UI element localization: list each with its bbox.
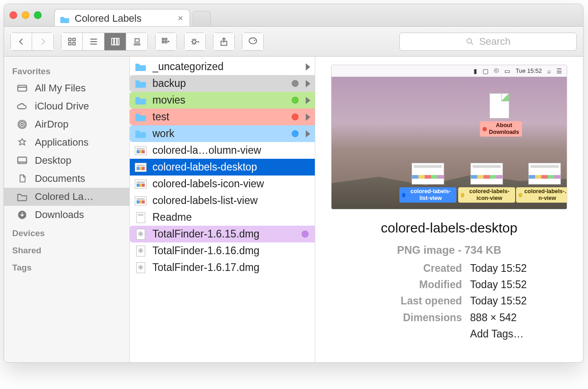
list-item[interactable]: colored-labels-desktop — [130, 159, 315, 176]
svg-rect-0 — [69, 38, 71, 41]
sidebar-section-tags: Tags — [4, 258, 129, 275]
sidebar-item-all-my-files[interactable]: All My Files — [4, 79, 129, 97]
share-button[interactable] — [213, 33, 235, 51]
finder-icon: ▮ — [474, 67, 477, 75]
preview-item-label: About Downloads — [489, 122, 519, 136]
file-name: backup — [152, 77, 284, 90]
coverflow-view-button[interactable] — [126, 33, 148, 51]
folder-icon — [134, 62, 147, 72]
minimize-window-button[interactable] — [22, 11, 29, 19]
folder-icon — [134, 129, 147, 139]
desktop-icon — [16, 155, 28, 166]
search-input[interactable]: Search — [399, 33, 577, 51]
fullscreen-window-button[interactable] — [34, 11, 42, 19]
chevron-right-icon — [306, 63, 310, 71]
close-window-button[interactable] — [9, 11, 17, 19]
svg-rect-9 — [117, 38, 119, 45]
svg-rect-16 — [165, 41, 167, 43]
new-tab-button[interactable] — [193, 11, 211, 26]
sidebar-item-airdrop[interactable]: AirDrop — [4, 115, 129, 133]
sidebar: Favorites All My Files iCloud Drive AirD… — [4, 57, 130, 362]
folder-icon — [134, 112, 147, 122]
svg-rect-27 — [18, 157, 27, 163]
arrange-button[interactable] — [155, 33, 177, 51]
tags-button[interactable] — [242, 33, 264, 51]
preview-panel: ▮ ▢ ⧀ ▭ Tue 15:52 ⌕ ☰ About Downloads — [315, 57, 583, 362]
svg-rect-22 — [18, 85, 27, 91]
icon-view-button[interactable] — [61, 33, 83, 51]
tab-bar: Colored Labels × — [54, 4, 211, 26]
list-item[interactable]: TotalFinder-1.6.16.dmg — [130, 242, 315, 259]
sidebar-item-desktop[interactable]: Desktop — [4, 152, 129, 170]
meta-val-opened: Today 15:52 — [470, 294, 526, 308]
preview-desktop-item-column: colored-labels-…n-view — [516, 163, 567, 203]
file-name: colored-labels-icon-view — [152, 178, 310, 190]
list-item[interactable]: movies — [130, 92, 315, 109]
list-view-button[interactable] — [83, 33, 104, 51]
file-name: colored-la…olumn-view — [152, 144, 310, 157]
folder-icon — [60, 14, 70, 23]
sidebar-section-devices: Devices — [4, 224, 129, 241]
list-item[interactable]: colored-la…olumn-view — [130, 142, 315, 159]
action-menu[interactable] — [184, 33, 206, 51]
tab-active[interactable]: Colored Labels × — [54, 9, 190, 26]
list-item[interactable]: TotalFinder-1.6.15.dmg — [130, 226, 315, 242]
airplay-icon: ▢ — [483, 67, 488, 75]
toolbar: Search — [4, 27, 583, 57]
preview-menubar-time: Tue 15:52 — [516, 67, 542, 74]
tag-icon[interactable] — [242, 33, 264, 51]
image-file-icon — [134, 162, 147, 172]
spotlight-icon: ⌕ — [547, 67, 551, 75]
folder-icon — [134, 79, 147, 89]
svg-rect-8 — [114, 38, 117, 45]
notification-center-icon: ☰ — [556, 67, 562, 75]
chevron-right-icon — [306, 130, 310, 138]
tag-dot — [302, 231, 308, 237]
svg-rect-10 — [135, 38, 139, 42]
gear-icon[interactable] — [184, 33, 206, 51]
documents-icon — [16, 173, 28, 184]
arrange-menu[interactable] — [155, 33, 177, 51]
list-item[interactable]: TotalFinder-1.6.17.dmg — [130, 259, 315, 276]
back-button[interactable] — [10, 33, 32, 51]
sidebar-item-icloud-drive[interactable]: iCloud Drive — [4, 97, 129, 115]
meta-val-dimensions: 888 × 542 — [470, 310, 526, 325]
column-view-button[interactable] — [104, 33, 126, 51]
dmg-file-icon — [134, 263, 147, 273]
preview-desktop-item-icon: colored-labels-icon-view — [458, 163, 515, 203]
svg-point-17 — [193, 40, 196, 43]
preview-item-label: colored-labels-list-view — [408, 188, 454, 202]
image-file-icon — [470, 163, 503, 185]
folder-icon — [16, 191, 28, 202]
tab-title: Colored Labels — [75, 13, 142, 24]
list-item[interactable]: colored-labels-icon-view — [130, 176, 315, 192]
forward-button[interactable] — [32, 33, 54, 51]
sidebar-item-documents[interactable]: Documents — [4, 170, 129, 188]
sidebar-item-label: Desktop — [35, 155, 71, 166]
add-tags-link[interactable]: Add Tags… — [470, 327, 526, 341]
image-file-icon — [134, 196, 147, 206]
share-icon[interactable] — [213, 33, 235, 51]
file-name: Readme — [152, 211, 310, 223]
document-file-icon — [134, 213, 147, 223]
file-name: colored-labels-desktop — [152, 161, 310, 173]
sidebar-item-colored-labels[interactable]: Colored La… — [4, 188, 129, 206]
svg-point-25 — [19, 122, 25, 128]
svg-point-24 — [21, 123, 24, 126]
preview-item-label: colored-labels-icon-view — [466, 188, 512, 202]
tab-close-icon[interactable]: × — [178, 13, 183, 24]
dmg-file-icon — [134, 246, 147, 256]
list-item[interactable]: work — [130, 125, 315, 142]
sidebar-item-downloads[interactable]: Downloads — [4, 206, 129, 224]
list-item[interactable]: Readme — [130, 209, 315, 226]
list-item[interactable]: backup — [130, 75, 315, 92]
list-item[interactable]: colored-labels-list-view — [130, 192, 315, 209]
list-item[interactable]: _uncategorized — [130, 58, 315, 75]
titlebar: Colored Labels × — [4, 4, 583, 27]
list-item[interactable]: test — [130, 109, 315, 125]
search-icon — [465, 37, 474, 46]
sidebar-item-label: Downloads — [35, 209, 84, 221]
svg-rect-3 — [73, 42, 76, 45]
file-name: test — [152, 111, 284, 123]
sidebar-item-applications[interactable]: Applications — [4, 133, 129, 152]
